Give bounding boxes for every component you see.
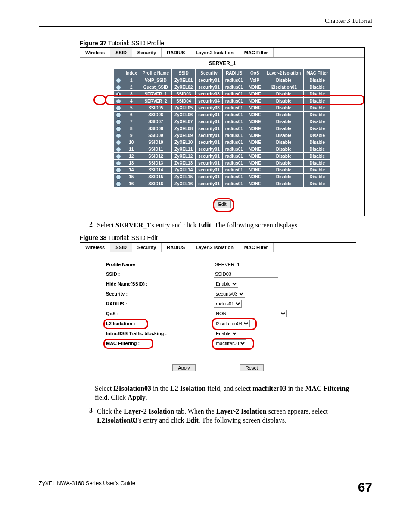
select-security[interactable]: security03 (214, 290, 245, 298)
cell-sec: security01 (196, 174, 222, 180)
cell-l2: Disable (264, 112, 303, 118)
table-row[interactable]: 16SSID16ZyXEL16security01radius01NONEDis… (114, 180, 331, 187)
cell-name: SSID12 (140, 153, 171, 160)
row-radio[interactable] (116, 181, 121, 187)
cell-idx: 14 (123, 167, 140, 174)
row-radio[interactable] (116, 99, 121, 104)
row-radio[interactable] (116, 112, 121, 118)
cell-ssid: ZyXEL12 (172, 153, 196, 160)
table-row[interactable]: 14SSID14ZyXEL14security01radius01NONEDis… (114, 167, 331, 174)
column-header: Profile Name (140, 69, 171, 77)
cell-name: SSID08 (140, 125, 171, 132)
cell-qos: NONE (246, 105, 264, 112)
cell-rad: radius01 (222, 77, 246, 84)
cell-name: SSID10 (140, 139, 171, 146)
cell-name: SERVER_1 (140, 91, 171, 98)
cell-sec: security01 (196, 125, 222, 132)
input-profile-name[interactable] (214, 261, 278, 268)
table-row[interactable]: 3SERVER_1SSID03security03radius01NONEDis… (114, 91, 331, 98)
cell-sec: security03 (196, 105, 222, 112)
row-radio[interactable] (116, 147, 121, 152)
tab-ssid[interactable]: SSID (110, 243, 132, 252)
table-row[interactable]: 10SSID10ZyXEL10security01radius01NONEDis… (114, 139, 331, 146)
footer-rule (39, 477, 372, 477)
edit-button[interactable]: Edit (214, 200, 231, 208)
tab-mac-filter[interactable]: MAC Filter (239, 48, 274, 57)
tab-wireless[interactable]: Wireless (80, 243, 110, 252)
fig38-caption-bold: Figure 38 (80, 234, 106, 241)
cell-idx: 12 (123, 153, 140, 160)
select-l2-isolation[interactable]: l2isolation03 (214, 320, 250, 327)
cell-name: SSID14 (140, 167, 171, 174)
cell-idx: 4 (123, 98, 140, 105)
row-radio[interactable] (116, 168, 121, 173)
reset-button[interactable]: Reset (240, 364, 264, 371)
page-footer: ZyXEL NWA-3160 Series User's Guide 67 (39, 477, 372, 495)
row-radio[interactable] (116, 92, 121, 97)
table-row[interactable]: 11SSID11ZyXEL11security01radius01NONEDis… (114, 146, 331, 153)
table-row[interactable]: 4SERVER_2SSID04security04radius01NONEDis… (114, 98, 331, 105)
row-radio[interactable] (116, 161, 121, 166)
table-row[interactable]: 2Guest_SSIDZyXEL02security01radius01NONE… (114, 84, 331, 91)
row-radio[interactable] (116, 106, 121, 111)
row-radio[interactable] (116, 85, 121, 90)
label-qos: QoS : (106, 311, 214, 316)
table-row[interactable]: 6SSID06ZyXEL06security01radius01NONEDisa… (114, 112, 331, 118)
select-radius[interactable]: radius01 (214, 300, 242, 308)
paragraph-after-fig38: Select l2Isolation03 in the L2 Isolation… (95, 384, 351, 402)
row-security: Security : security03 (106, 290, 343, 298)
table-row[interactable]: 8SSID08ZyXEL08security01radius01NONEDisa… (114, 125, 331, 132)
cell-l2: Disable (264, 125, 303, 132)
select-intra-bss[interactable]: Enable (214, 330, 238, 337)
cell-rad: radius01 (222, 118, 246, 125)
label-radius: RADIUS : (106, 301, 214, 306)
label-profile-name: Profile Name : (106, 262, 214, 267)
column-header: Security (196, 69, 222, 77)
select-mac-filtering[interactable]: macfilter03 (214, 339, 246, 347)
cell-ssid: ZyXEL01 (172, 77, 196, 84)
cell-l2: Disable (264, 77, 303, 84)
row-radio[interactable] (116, 78, 121, 83)
step-2-text: Select SERVER_1's entry and click Edit. … (97, 221, 364, 230)
row-radio[interactable] (116, 174, 121, 180)
cell-ssid: ZyXEL09 (172, 132, 196, 139)
cell-l2: Disable (264, 105, 303, 112)
row-radio[interactable] (116, 126, 121, 131)
column-header: QoS (246, 69, 264, 77)
table-row[interactable]: 12SSID12ZyXEL12security01radius01NONEDis… (114, 153, 331, 160)
footer-guide-name: ZyXEL NWA-3160 Series User's Guide (39, 480, 135, 486)
row-radio[interactable] (116, 154, 121, 159)
tab-mac-filter[interactable]: MAC Filter (239, 243, 274, 252)
tab-radius[interactable]: RADIUS (162, 243, 190, 252)
cell-l2: Disable (264, 180, 303, 187)
tab-security[interactable]: Security (132, 48, 162, 57)
tab-layer-2-isolation[interactable]: Layer-2 Isolation (190, 243, 239, 252)
table-row[interactable]: 13SSID13ZyXEL13security01radius01NONEDis… (114, 160, 331, 167)
label-mac-filtering: MAC Filtering : (106, 341, 214, 346)
table-row[interactable]: 5SSID05ZyXEL05security03radius01NONEDisa… (114, 105, 331, 112)
cell-sec: security01 (196, 180, 222, 187)
select-qos[interactable]: NONE (214, 310, 287, 317)
apply-button[interactable]: Apply (172, 364, 196, 371)
row-radio[interactable] (116, 119, 121, 124)
select-hide-ssid[interactable]: Enable (214, 280, 238, 288)
fig37-caption-rest: Tutorial: SSID Profile (106, 40, 164, 47)
cell-idx: 8 (123, 125, 140, 132)
cell-rad: radius01 (222, 91, 246, 98)
row-radio[interactable] (116, 133, 121, 138)
tab-ssid[interactable]: SSID (110, 48, 132, 57)
table-row[interactable]: 15SSID15ZyXEL15security01radius01NONEDis… (114, 174, 331, 180)
tab-radius[interactable]: RADIUS (162, 48, 190, 57)
figure-37-screenshot: WirelessSSIDSecurityRADIUSLayer-2 Isolat… (80, 47, 365, 216)
row-radio[interactable] (116, 140, 121, 145)
tab-security[interactable]: Security (132, 243, 162, 252)
tab-layer-2-isolation[interactable]: Layer-2 Isolation (190, 48, 239, 57)
table-row[interactable]: 1VoIP_SSIDZyXEL01security01radius01VoIPD… (114, 77, 331, 84)
table-row[interactable]: 7SSID07ZyXEL07security01radius01NONEDisa… (114, 118, 331, 125)
input-ssid[interactable] (214, 271, 278, 278)
tab-wireless[interactable]: Wireless (80, 48, 110, 57)
label-hide-ssid: Hide Name(SSID) : (106, 281, 214, 286)
cell-idx: 5 (123, 105, 140, 112)
table-row[interactable]: 9SSID09ZyXEL09security01radius01NONEDisa… (114, 132, 331, 139)
cell-idx: 10 (123, 139, 140, 146)
